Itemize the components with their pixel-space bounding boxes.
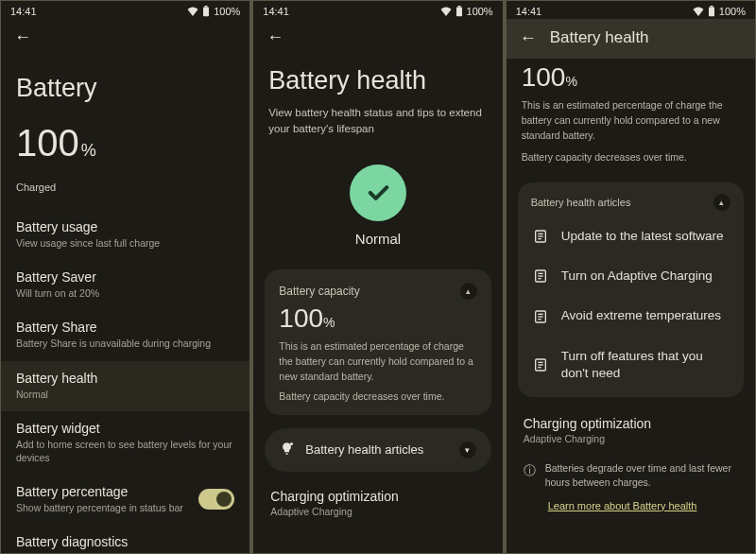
item-battery-diagnostics[interactable]: Battery diagnosticsRun tests to check yo… [1, 525, 249, 553]
page-title: Battery [1, 51, 249, 113]
status-right: 100% [693, 6, 746, 17]
status-time: 14:41 [10, 6, 37, 17]
item-battery-saver[interactable]: Battery SaverWill turn on at 20% [1, 260, 249, 310]
wifi-icon [693, 7, 704, 16]
capacity-section: 100% This is an estimated percentage of … [507, 59, 755, 175]
svg-rect-1 [205, 6, 208, 8]
svg-point-4 [290, 442, 293, 445]
battery-settings-screen: 14:41 100% ← Battery 100% Charged Batter… [1, 1, 249, 553]
status-battery-pct: 100% [214, 6, 240, 17]
item-charging-optimization[interactable]: Charging optimization Adaptive Charging [253, 477, 502, 523]
status-right: 100% [440, 6, 493, 17]
article-item[interactable]: Update to the latest software [531, 216, 730, 256]
capacity-note: Battery capacity decreases over time. [279, 390, 476, 402]
health-status-label: Normal [355, 231, 401, 247]
item-battery-share[interactable]: Battery ShareBattery Share is unavailabl… [1, 310, 249, 360]
status-right: 100% [187, 6, 240, 17]
status-time: 14:41 [263, 6, 289, 17]
svg-rect-6 [710, 6, 713, 8]
battery-level: 100% [1, 113, 249, 166]
item-charging-optimization[interactable]: Charging optimization Adaptive Charging [507, 405, 755, 450]
back-arrow-icon[interactable]: ← [14, 28, 31, 45]
battery-percentage-toggle[interactable] [198, 489, 234, 510]
article-item[interactable]: Avoid extreme temperatures [531, 296, 730, 336]
capacity-card[interactable]: Battery capacity ▴ 100% This is an estim… [265, 269, 490, 414]
item-battery-widget[interactable]: Battery widgetAdd to home screen to see … [1, 411, 249, 475]
back-arrow-icon[interactable]: ← [520, 29, 537, 46]
info-icon: ⓘ [524, 462, 536, 490]
health-status-badge: Normal [253, 164, 502, 247]
articles-label: Battery health articles [305, 442, 423, 457]
page-title: Battery health [253, 51, 502, 105]
svg-rect-2 [456, 8, 462, 17]
check-circle-icon [350, 164, 406, 221]
item-battery-health[interactable]: Battery healthNormal [1, 361, 249, 411]
chevron-down-icon[interactable]: ▾ [459, 441, 476, 459]
chevron-up-icon[interactable]: ▴ [460, 283, 477, 300]
battery-icon [202, 6, 210, 17]
chevron-up-icon[interactable]: ▴ [713, 194, 730, 211]
svg-rect-0 [203, 8, 209, 17]
battery-icon [455, 6, 463, 17]
capacity-note: Battery capacity decreases over time. [522, 150, 740, 165]
info-note: ⓘ Batteries degrade over time and last f… [507, 450, 755, 493]
capacity-label: Battery capacity [279, 285, 359, 298]
battery-health-screen: 14:41 100% ← Battery health View battery… [253, 1, 502, 553]
capacity-desc: This is an estimated percentage of charg… [279, 339, 476, 384]
back-arrow-icon[interactable]: ← [266, 28, 284, 45]
status-bar: 14:41 100% [253, 1, 502, 19]
wifi-icon [440, 7, 452, 16]
article-icon [533, 309, 548, 324]
item-battery-percentage[interactable]: Battery percentageShow battery percentag… [1, 475, 249, 525]
articles-card: Battery health articles ▴ Update to the … [518, 182, 744, 397]
articles-pill[interactable]: Battery health articles ▾ [265, 428, 490, 472]
capacity-value: 100% [279, 303, 476, 334]
status-battery-pct: 100% [719, 6, 746, 17]
wifi-icon [187, 7, 198, 16]
app-bar-title: Battery health [550, 28, 649, 47]
status-bar: 14:41 100% [507, 1, 755, 19]
status-time: 14:41 [516, 6, 542, 17]
app-bar: ← Battery health [507, 19, 755, 59]
item-battery-usage[interactable]: Battery usageView usage since last full … [1, 210, 249, 260]
learn-more-link[interactable]: Learn more about Battery health [507, 494, 755, 511]
article-item[interactable]: Turn on Adaptive Charging [531, 256, 730, 296]
capacity-value: 100% [522, 62, 740, 93]
svg-rect-3 [457, 6, 460, 8]
svg-rect-5 [709, 8, 714, 17]
status-bar: 14:41 100% [1, 1, 249, 19]
article-icon [533, 357, 548, 372]
capacity-desc: This is an estimated percentage of charg… [522, 98, 740, 143]
page-subtitle: View battery health status and tips to e… [253, 105, 502, 147]
article-icon [533, 268, 548, 284]
article-icon [533, 229, 548, 244]
charged-label: Charged [1, 180, 249, 210]
battery-health-scrolled-screen: 14:41 100% ← Battery health 100% This is… [507, 1, 755, 553]
battery-icon [708, 6, 715, 17]
article-item[interactable]: Turn off features that you don't need [531, 337, 730, 393]
lightbulb-icon [280, 441, 294, 459]
status-battery-pct: 100% [467, 6, 493, 17]
articles-label: Battery health articles [531, 197, 631, 208]
